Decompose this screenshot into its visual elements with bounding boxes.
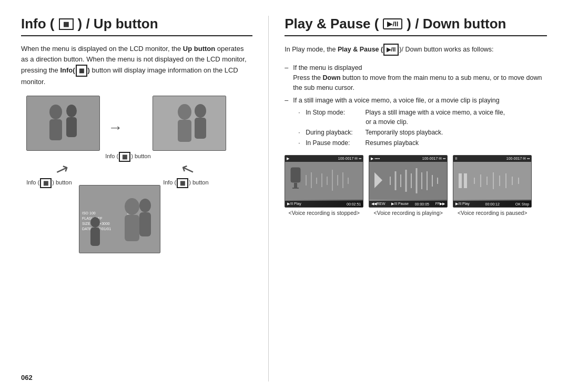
svg-rect-52 — [464, 173, 467, 188]
info-label-left-close: ) button — [52, 180, 72, 186]
bold-down: Down — [323, 74, 341, 81]
thumb1-image — [285, 162, 363, 200]
svg-rect-0 — [27, 96, 100, 151]
left-title-text-post: ) / Up button — [78, 16, 158, 32]
thumb2-bar-rew: ◀◀REW — [371, 202, 385, 206]
svg-point-19 — [139, 199, 151, 212]
thumb2-bar-ff: FF▶▶ — [435, 202, 445, 206]
right-body-pre: In Play mode, the — [285, 46, 338, 53]
thumb3-label: <Voice recording is paused> — [458, 210, 528, 216]
svg-point-17 — [125, 198, 139, 215]
bullet-1-sub: Press the Down button to move from the m… — [293, 74, 542, 91]
sub-text-3: Resumes playback — [366, 139, 419, 147]
thumb3-image — [453, 162, 532, 200]
info-icon-right: ▦ — [177, 178, 188, 188]
sub-label-3: In Pause mode: — [306, 138, 363, 148]
thumbnail-row: ▶ 100-0017 ✉ ▪▪ — [285, 155, 547, 216]
info-label-center-text: Info ( — [105, 153, 118, 160]
label-info-left: Info (▦) button — [26, 178, 72, 188]
left-title-text-pre: Info ( — [21, 16, 55, 32]
svg-rect-22 — [90, 228, 100, 246]
cam3-image: ISO 100 FLASH OFF SIZE 4000×3000 DATE 20… — [79, 185, 160, 253]
info-label-left-text: Info ( — [26, 180, 39, 186]
thumb3-bar-time: 00:00:12 — [485, 202, 500, 206]
thumb1-bar: ▶/II Play 00:02:51 — [285, 201, 363, 207]
left-body-text: When the menu is displayed on the LCD mo… — [21, 44, 252, 87]
svg-rect-51 — [459, 173, 462, 188]
cam2-image — [153, 96, 226, 151]
svg-rect-9 — [195, 118, 206, 139]
sub-item-1: In Stop mode: Plays a still image with a… — [298, 108, 547, 127]
label-info-right: Info (▦) button — [163, 178, 208, 188]
diagram: ▶ 100-0010 ✉ ▪▪▪ → — [26, 96, 247, 264]
info-label-right-text: Info ( — [163, 180, 176, 186]
svg-rect-26 — [294, 183, 297, 188]
right-title: Play & Pause (▶/II) / Down button — [285, 16, 547, 36]
sub-text-2: Temporarily stops playback. — [365, 129, 443, 136]
thumb-cam-3: II 100-0017 ✉ ▪▪ — [453, 155, 532, 208]
thumb2-hud-text: 100-0017 ✉ ▪▪ — [422, 157, 445, 161]
body-p1-bold: Up button — [183, 45, 215, 53]
thumb-item-1: ▶ 100-0017 ✉ ▪▪ — [285, 155, 363, 216]
sub-list: In Stop mode: Plays a still image with a… — [298, 108, 547, 148]
thumb-cam-1: ▶ 100-0017 ✉ ▪▪ — [285, 155, 363, 208]
bullet-1-text: If the menu is displayed — [293, 64, 362, 71]
page: Info (▦) / Up button When the menu is di… — [0, 0, 568, 392]
camera-image-1: ▶ 100-0010 ✉ ▪▪▪ — [26, 96, 100, 151]
svg-point-3 — [66, 105, 77, 117]
body-info-label: Info( — [60, 66, 75, 74]
thumb-cam-2: ▶ ▪▪▪▪ 100-0017 ✉ ▪▪ — [369, 155, 448, 208]
right-body-mid: )/ Down button works as follows: — [399, 46, 493, 53]
right-body-bold: Play & Pause ( — [338, 46, 383, 53]
thumb2-bar-play: ▶/II Pause — [391, 202, 409, 206]
thumb1-hud: ▶ 100-0017 ✉ ▪▪ — [285, 156, 363, 162]
play-pause-icon-title: ▶/II — [383, 18, 402, 29]
arrow-right: → — [108, 119, 123, 136]
thumb2-hud-icon: ▶ ▪▪▪▪ — [371, 157, 380, 161]
play-pause-icon-inline: ▶/II — [383, 44, 399, 56]
svg-rect-7 — [178, 120, 191, 142]
info-icon-inline: ▦ — [76, 65, 87, 77]
thumb3-hud-text: 100-0017 ✉ ▪▪ — [506, 157, 530, 161]
thumb1-bar-time: 00:02:51 — [347, 202, 361, 206]
sub-item-3: In Pause mode: Resumes playback — [298, 138, 547, 148]
thumb2-hud: ▶ ▪▪▪▪ 100-0017 ✉ ▪▪ — [369, 156, 447, 162]
thumb3-bar: ▶/II Play 00:00:12 OK Stop — [453, 201, 531, 207]
thumb2-label: <Voice recording is playing> — [374, 210, 443, 216]
left-title: Info (▦) / Up button — [21, 16, 252, 36]
svg-point-1 — [49, 105, 62, 119]
thumb-item-3: II 100-0017 ✉ ▪▪ — [453, 155, 532, 216]
thumb1-hud-icon: ▶ — [287, 157, 289, 161]
cam1-image — [27, 96, 100, 151]
bullet-list: If the menu is displayed Press the Down … — [285, 63, 547, 148]
thumb2-bar-time: 00:00:05 — [415, 202, 429, 206]
thumb2-bar: ◀◀REW ▶/II Pause 00:00:05 FF▶▶ — [369, 201, 447, 207]
svg-rect-18 — [125, 215, 139, 241]
thumb3-bar-ok: OK Stop — [515, 202, 529, 206]
thumb1-bar-left: ▶/II Play — [287, 202, 301, 206]
info-icon-center: ▦ — [119, 152, 130, 162]
label-info-center: Info (▦) button — [105, 152, 150, 162]
sub-label-1: In Stop mode: — [306, 108, 363, 117]
svg-text:ISO 100: ISO 100 — [82, 211, 96, 215]
svg-rect-25 — [290, 167, 301, 183]
thumb-item-2: ▶ ▪▪▪▪ 100-0017 ✉ ▪▪ — [369, 155, 448, 216]
sub-item-2: During playback: Temporarily stops playb… — [298, 128, 547, 137]
right-title-pre: Play & Pause ( — [285, 16, 379, 32]
left-column: Info (▦) / Up button When the menu is di… — [21, 16, 269, 381]
thumb1-hud-text: 100-0017 ✉ ▪▪ — [338, 157, 361, 161]
thumb3-hud-icon: II — [455, 157, 457, 161]
body-p1-pre: When the menu is displayed on the LCD mo… — [21, 45, 183, 53]
thumb1-label: <Voice recording is stopped> — [289, 210, 360, 216]
svg-rect-20 — [139, 212, 151, 236]
thumb3-hud: II 100-0017 ✉ ▪▪ — [453, 156, 531, 162]
sub-text-1b: or a movie clip. — [366, 117, 547, 127]
right-body-intro: In Play mode, the Play & Pause (▶/II)/ D… — [285, 44, 547, 56]
sub-label-2: During playback: — [306, 128, 363, 137]
right-title-post: ) / Down button — [407, 16, 506, 32]
thumb2-image — [369, 162, 448, 200]
bullet-item-1: If the menu is displayed Press the Down … — [285, 63, 547, 92]
svg-point-21 — [90, 217, 100, 228]
info-label-center-close: ) button — [131, 153, 150, 160]
thumb3-bar-left: ▶/II Play — [455, 202, 469, 206]
